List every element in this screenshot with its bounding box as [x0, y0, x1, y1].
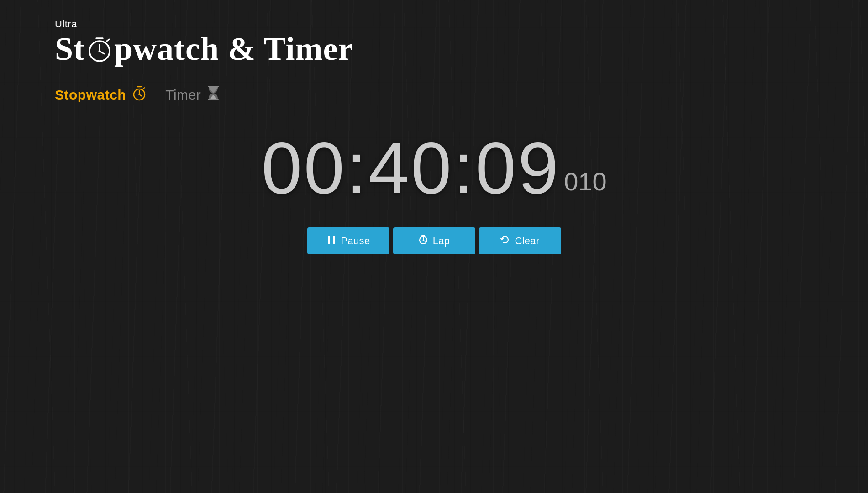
title-text-stopwatch-part: St — [55, 31, 85, 67]
svg-line-11 — [143, 88, 145, 89]
clear-button[interactable]: Clear — [479, 227, 561, 254]
lap-button-label: Lap — [433, 235, 450, 247]
svg-point-3 — [99, 50, 101, 52]
reset-icon — [500, 235, 510, 247]
lap-button[interactable]: Lap — [393, 227, 475, 254]
timer-milliseconds-display: 010 — [564, 167, 606, 196]
buttons-row: Pause Lap Clear — [55, 227, 813, 254]
pause-icon — [326, 235, 337, 247]
app-title-small: Ultra — [55, 18, 813, 30]
clear-button-label: Clear — [515, 235, 539, 247]
svg-rect-15 — [333, 236, 335, 244]
timer-hourglass-icon — [206, 85, 220, 104]
lap-icon — [418, 235, 428, 247]
tab-stopwatch[interactable]: Stopwatch — [55, 85, 147, 104]
title-clock-icon — [85, 36, 114, 65]
tab-timer[interactable]: Timer — [165, 85, 220, 104]
tab-stopwatch-label: Stopwatch — [55, 87, 126, 103]
svg-rect-12 — [208, 86, 219, 87]
tab-timer-label: Timer — [165, 87, 201, 103]
app-title-large: St pwatch & Timer — [55, 31, 813, 67]
pause-button-label: Pause — [341, 235, 370, 247]
timer-main-display: 00:40:09 — [261, 131, 560, 205]
main-content: Ultra St pwatch & Timer Stopwatch — [0, 0, 868, 273]
svg-rect-14 — [328, 236, 330, 244]
tabs-row: Stopwatch Timer — [55, 85, 813, 104]
svg-rect-13 — [208, 99, 219, 100]
stopwatch-clock-icon — [132, 85, 147, 104]
svg-point-9 — [138, 94, 140, 95]
timer-display-area: 00:40:09 010 — [55, 131, 813, 205]
title-text-timer-part: pwatch & Timer — [114, 31, 353, 67]
pause-button[interactable]: Pause — [307, 227, 389, 254]
svg-point-19 — [422, 240, 424, 241]
svg-line-5 — [107, 39, 109, 41]
